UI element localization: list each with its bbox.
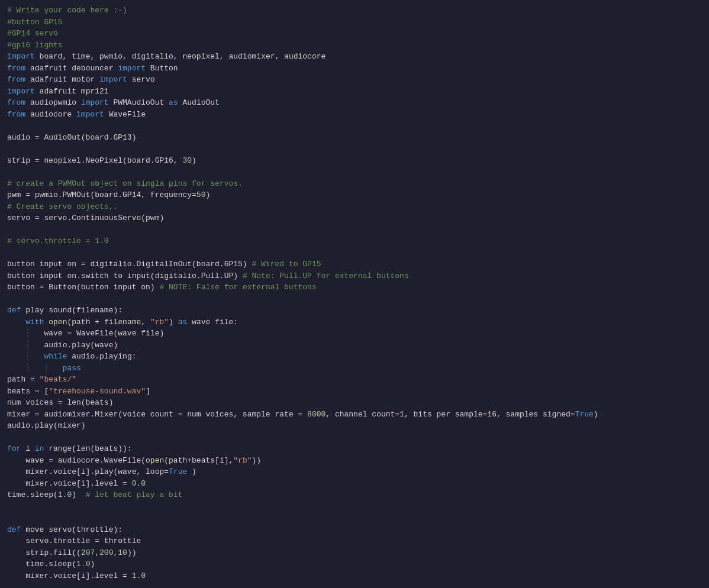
- line-7: from adafruit motor import servo: [7, 74, 702, 86]
- line-21: # servo.throttle = 1.0: [7, 235, 702, 247]
- line-25: button = Button(button input on) # NOTE:…: [7, 282, 702, 293]
- line-51: [7, 581, 702, 588]
- line-14: strip = neopixel.NeoPixel(board.GP16, 30…: [7, 155, 702, 167]
- line-42: mixer.voice[i].level = 0.0: [7, 478, 702, 490]
- line-18: # Create servo objects,.: [7, 201, 702, 213]
- line-26: [7, 293, 702, 305]
- line-34: beats = ["treehouse-sound.wav"]: [7, 386, 702, 398]
- code-editor: # Write your code here :-) #button GP15 …: [0, 0, 709, 588]
- line-11: [7, 120, 702, 132]
- line-5: import board, time, pwmio, digitalio, ne…: [7, 51, 702, 63]
- line-31: ┆ while audio.playing:: [7, 351, 702, 363]
- line-10: from audiocore import WaveFile: [7, 109, 702, 121]
- line-43: time.sleep(1.0) # let beat play a bit: [7, 489, 702, 501]
- line-20: [7, 224, 702, 236]
- line-49: time.sleep(1.0): [7, 558, 702, 570]
- line-46: def move servo(throttle):: [7, 524, 702, 536]
- line-36: mixer = audiomixer.Mixer(voice count = n…: [7, 409, 702, 421]
- line-40: wave = audiocore.WaveFile(open(path+beat…: [7, 455, 702, 467]
- line-39: for i in range(len(beats)):: [7, 443, 702, 455]
- line-16: # create a PWMOut object on singla pins …: [7, 178, 702, 190]
- line-13: [7, 143, 702, 155]
- line-4: #gp16 lights: [7, 40, 702, 51]
- line-33: path = "beats/": [7, 374, 702, 386]
- line-9: from audiopwmio import PWMAudioOut as Au…: [7, 97, 702, 109]
- line-19: servo = servo.ContinuousServo(pwm): [7, 212, 702, 224]
- line-22: [7, 247, 702, 259]
- line-30: ┆ audio.play(wave): [7, 340, 702, 351]
- line-48: strip.fill((207,200,10)): [7, 547, 702, 559]
- line-8: import adafruit mpr121: [7, 86, 702, 98]
- line-12: audio = AudioOut(board.GP13): [7, 132, 702, 144]
- line-3: #GP14 servo: [7, 28, 702, 40]
- line-38: [7, 432, 702, 444]
- line-47: servo.throttle = throttle: [7, 535, 702, 547]
- line-41: mixer.voice[i].play(wave, loop=True ): [7, 466, 702, 478]
- line-45: [7, 512, 702, 524]
- line-2: #button GP15: [7, 17, 702, 28]
- line-6: from adafruit debouncer import Button: [7, 63, 702, 75]
- line-35: num voices = len(beats): [7, 397, 702, 409]
- line-24: button input on.switch to input(digitali…: [7, 270, 702, 282]
- line-1: # Write your code here :-): [7, 5, 702, 17]
- line-44: [7, 501, 702, 513]
- line-23: button input on = digitalio.DigitalInOut…: [7, 259, 702, 270]
- line-28: with open(path + filename, "rb") as wave…: [7, 316, 702, 328]
- line-37: audio.play(mixer): [7, 420, 702, 432]
- line-17: pwm = pwmio.PWMOut(board.GP14, frequency…: [7, 189, 702, 201]
- line-50: mixer.voice[i].level = 1.0: [7, 570, 702, 582]
- line-29: ┆ wave = WaveFile(wave file): [7, 328, 702, 340]
- line-32: ┆ ┆ pass: [7, 363, 702, 374]
- line-15: [7, 166, 702, 178]
- line-27: def play sound(filename):: [7, 305, 702, 316]
